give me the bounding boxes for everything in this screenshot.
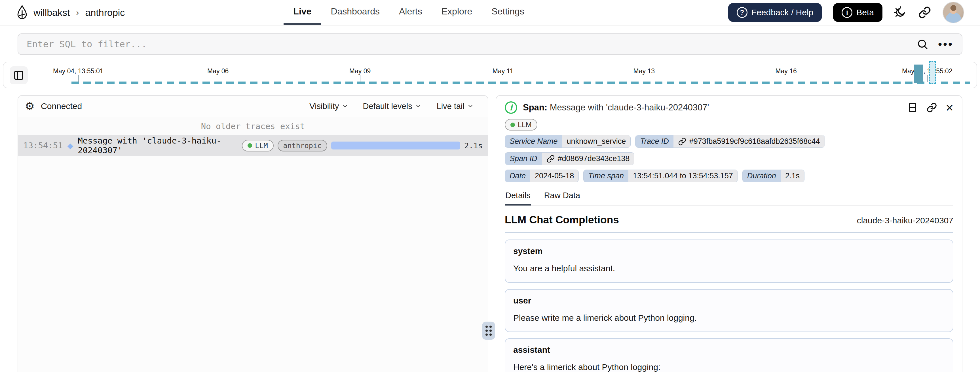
timeline-tick-label: May 16 — [775, 67, 797, 75]
tab-details[interactable]: Details — [505, 191, 531, 206]
trace-duration: 2.1s — [464, 141, 483, 150]
attribute-value[interactable]: #973fba5919cf9c618aafdb2635f68c44 — [673, 135, 825, 147]
nav-tab-explore[interactable]: Explore — [432, 0, 482, 25]
trace-list-header: ⚙ Connected Visibility Default levels Li… — [18, 96, 488, 117]
timeline-tick-label: May 13 — [633, 67, 655, 75]
message-paragraph: You are a helpful assistant. — [513, 263, 945, 274]
llm-badge: LLM — [505, 119, 537, 130]
timeline-tick-mark — [644, 75, 644, 82]
tab-raw-data[interactable]: Raw Data — [544, 191, 581, 206]
span-header: i Span: Message with 'claude-3-haiku-202… — [505, 101, 953, 114]
main-content: ⚙ Connected Visibility Default levels Li… — [0, 95, 980, 372]
span-attribute-chip: Trace ID #973fba5919cf9c618aafdb2635f68c… — [635, 135, 825, 148]
nav-tab-dashboards[interactable]: Dashboards — [321, 0, 389, 25]
feedback-help-button[interactable]: ? Feedback / Help — [728, 3, 822, 22]
model-name: claude-3-haiku-20240307 — [857, 216, 953, 225]
close-icon[interactable]: × — [946, 103, 953, 112]
breadcrumb-project[interactable]: anthropic — [85, 7, 125, 18]
split-view-icon[interactable] — [907, 102, 918, 113]
default-levels-dropdown[interactable]: Default levels — [356, 96, 429, 117]
main-nav-tabs: LiveDashboardsAlertsExploreSettings — [283, 0, 534, 25]
section-divider — [505, 232, 953, 233]
nav-tab-settings[interactable]: Settings — [482, 0, 534, 25]
attribute-value: 13:54:51.044 to 13:54:53.157 — [628, 170, 738, 182]
message-card-user: userPlease write me a limerick about Pyt… — [505, 289, 953, 332]
span-attributes-row-2: Date2024-05-18Time span13:54:51.044 to 1… — [505, 169, 953, 182]
green-dot-icon — [511, 123, 515, 127]
top-navigation-bar: willbakst › anthropic LiveDashboardsAler… — [0, 0, 980, 25]
message-paragraph: Please write me a limerick about Python … — [513, 312, 945, 324]
search-icon[interactable] — [916, 38, 928, 50]
timeline-plot[interactable]: May 04, 13:55:01May 06May 09May 11May 13… — [72, 62, 970, 84]
breadcrumb-separator: › — [76, 8, 79, 17]
timeline-tick-mark — [218, 75, 218, 82]
timeline-tick-label: May 09 — [349, 67, 371, 75]
timeline-selection-region[interactable] — [929, 61, 936, 84]
gear-icon[interactable]: ⚙ — [25, 101, 35, 112]
message-paragraph: Here's a limerick about Python logging: — [513, 361, 945, 372]
timeline-tick-mark — [786, 75, 786, 82]
timeline-tick-label: May 06 — [207, 67, 229, 75]
sql-filter-input[interactable] — [27, 39, 916, 49]
span-title: Span: Message with 'claude-3-haiku-20240… — [523, 103, 709, 113]
llm-badge: LLM — [242, 140, 274, 152]
span-attribute-chip: Time span13:54:51.044 to 13:54:53.157 — [583, 169, 738, 182]
detail-tabs: DetailsRaw Data — [505, 191, 953, 206]
info-icon: i — [842, 7, 853, 18]
attribute-value: 2.1s — [781, 170, 804, 182]
panel-resize-handle[interactable] — [482, 321, 495, 340]
attribute-value: 2024-05-18 — [530, 170, 579, 182]
timeline-histogram-spike — [914, 65, 923, 83]
message-card-system: systemYou are a helpful assistant. — [505, 239, 953, 283]
question-icon: ? — [737, 7, 748, 18]
live-tail-dropdown[interactable]: Live tail — [429, 96, 481, 117]
timeline-strip: May 04, 13:55:01May 06May 09May 11May 13… — [3, 62, 977, 88]
chevron-down-icon — [415, 103, 422, 109]
timeline-tick-mark — [78, 75, 78, 82]
attribute-label: Duration — [743, 170, 781, 182]
user-avatar[interactable] — [943, 2, 964, 23]
nav-tab-alerts[interactable]: Alerts — [389, 0, 432, 25]
chat-messages: systemYou are a helpful assistant.userPl… — [505, 239, 953, 372]
no-older-traces-notice: No older traces exist — [18, 117, 488, 135]
message-card-assistant: assistantHere's a limerick about Python … — [505, 338, 953, 372]
link-icon — [546, 155, 555, 163]
topnav-right-cluster: ? Feedback / Help i Beta — [728, 0, 964, 25]
timeline-tick-label: May 04, 13:55:01 — [53, 67, 103, 75]
trace-row[interactable]: 13:54:51 ◆ Message with 'claude-3-haiku-… — [18, 135, 488, 156]
timeline-tick-mark — [503, 75, 503, 82]
theme-toggle-icon[interactable] — [894, 6, 907, 19]
breadcrumb-org[interactable]: willbakst — [33, 7, 70, 18]
attribute-label: Service Name — [505, 135, 562, 147]
attribute-value: unknown_service — [562, 135, 631, 147]
span-attribute-chip: Duration2.1s — [742, 169, 805, 182]
more-options-icon[interactable]: ••• — [938, 41, 953, 47]
timeline-tick-mark — [360, 75, 360, 82]
nav-tab-live[interactable]: Live — [283, 0, 321, 25]
attribute-value[interactable]: #d08697de343ce138 — [542, 153, 634, 165]
trace-timestamp: 13:54:51 — [23, 141, 63, 150]
sql-filter-bar: ••• — [18, 33, 963, 55]
sidebar-toggle-icon[interactable] — [10, 66, 28, 84]
span-llm-badge-row: LLM — [505, 119, 953, 130]
breadcrumb: willbakst › anthropic — [16, 0, 125, 25]
message-role: assistant — [513, 345, 945, 355]
timeline-tick-label: May 11 — [493, 67, 514, 75]
span-detail-panel: i Span: Message with 'claude-3-haiku-202… — [496, 95, 963, 372]
span-attribute-chip: Service Nameunknown_service — [505, 135, 631, 148]
trace-title: Message with 'claude-3-haiku-20240307' — [78, 136, 237, 155]
copy-link-icon[interactable] — [926, 102, 937, 113]
message-role: system — [513, 246, 945, 256]
share-link-icon[interactable] — [918, 6, 931, 19]
timeline-dashed-track — [72, 82, 970, 84]
chevron-down-icon — [467, 103, 474, 109]
span-attribute-chip: Span ID #d08697de343ce138 — [505, 152, 634, 165]
attribute-label: Trace ID — [635, 135, 673, 147]
trace-list-panel: ⚙ Connected Visibility Default levels Li… — [18, 95, 488, 372]
logfire-logo-icon[interactable] — [16, 5, 29, 20]
visibility-dropdown[interactable]: Visibility — [302, 96, 355, 117]
span-diamond-icon: ◆ — [67, 141, 73, 150]
span-attributes-row-1: Service Nameunknown_serviceTrace ID #973… — [505, 135, 953, 165]
beta-button[interactable]: i Beta — [833, 3, 883, 22]
info-circle-icon: i — [505, 101, 517, 114]
